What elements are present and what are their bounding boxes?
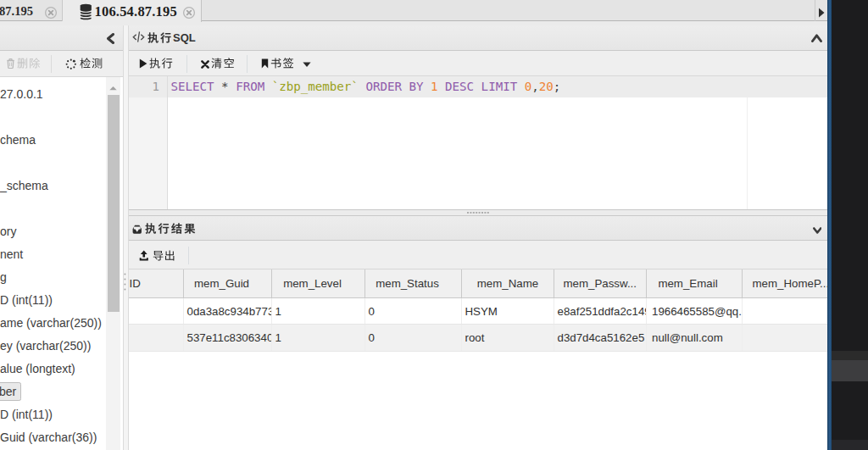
table-cell: 0da3a8c934b773 (184, 298, 272, 325)
column-header[interactable]: mem_Passw... (554, 269, 647, 297)
export-label-glyphs (153, 250, 175, 261)
toolbar-divider (188, 247, 189, 264)
spinner-circle-icon (65, 58, 77, 70)
tree-item[interactable]: alue (longtext) (0, 358, 123, 381)
table-cell (743, 298, 828, 325)
tree-item[interactable]: D (int(11)) (0, 403, 123, 426)
desktop-band (832, 440, 868, 450)
table-cell: e8af251ddfa2c149 (554, 298, 647, 325)
sql-token: `zbp_member` (272, 80, 366, 93)
column-header[interactable]: mem_Level (272, 269, 365, 297)
results-panel-header (129, 216, 828, 241)
sql-title-glyphs (147, 32, 171, 43)
clear-label-glyphs (211, 58, 235, 69)
column-header[interactable]: mem_HomeP... (743, 269, 828, 297)
desktop-band (832, 351, 868, 360)
tree-item[interactable]: nent (0, 243, 123, 266)
line-number: 1 (129, 76, 160, 97)
tree-item[interactable]: g (0, 266, 123, 289)
scrollbar-thumb[interactable] (108, 95, 120, 312)
tree-item[interactable]: ber (0, 381, 123, 403)
run-label-glyphs (149, 58, 173, 69)
table-cell: 0 (365, 298, 462, 325)
tab-connection-1[interactable]: 87.195 (0, 0, 63, 21)
column-header[interactable]: mem_Name (462, 269, 554, 297)
column-header[interactable]: mem_Guid (184, 269, 272, 297)
sidebar: 27.0.0.1chema_schemaorynentgD (int(11))a… (0, 25, 123, 450)
column-header[interactable]: mem_Email (647, 269, 743, 297)
tree-item[interactable]: ame (varchar(250)) (0, 312, 123, 335)
detect-label-glyphs (80, 58, 103, 69)
tree-item[interactable]: 27.0.0.1 (0, 83, 123, 106)
tree-item[interactable] (0, 197, 123, 220)
tab-connection-2-active[interactable]: 106.54.87.195 (63, 0, 202, 22)
play-icon (139, 58, 147, 69)
sql-token: ; (554, 80, 561, 93)
toolbar-divider (51, 55, 52, 73)
chevron-down-icon[interactable] (813, 227, 822, 234)
triangle-right-icon (818, 8, 825, 18)
table-cell (129, 325, 185, 351)
editor-gutter-border (167, 76, 168, 209)
table-cell: d3d7d4ca5162e5 (554, 325, 647, 351)
tree-item[interactable] (0, 106, 123, 129)
table-cell: 0 (365, 325, 462, 351)
table-cell: 537e11c8306340 (184, 325, 272, 351)
results-toolbar (129, 241, 828, 270)
tree-item[interactable]: ory (0, 220, 123, 243)
tree-item[interactable]: Guid (varchar(36)) (0, 426, 123, 449)
table-cell: HSYM (462, 298, 554, 325)
tree-item[interactable]: D (int(11)) (0, 289, 123, 312)
column-header[interactable]: ID (129, 269, 185, 297)
database-tree: 27.0.0.1chema_schemaorynentgD (int(11))a… (0, 83, 123, 450)
results-table: IDmem_Guidmem_Levelmem_Statusmem_Namemem… (129, 269, 828, 352)
splitter-grip-dots (124, 273, 126, 291)
main-panel: SQL (129, 25, 828, 450)
table-row[interactable]: 0da3a8c934b77310HSYMe8af251ddfa2c1491966… (129, 298, 828, 325)
code-icon (132, 31, 145, 42)
database-icon (80, 3, 92, 20)
sidebar-toolbar (0, 51, 123, 77)
chevron-up-icon[interactable] (811, 34, 822, 42)
table-cell: root (462, 325, 554, 351)
close-icon[interactable] (183, 7, 195, 19)
sql-token: FROM (236, 80, 272, 93)
sql-token: * (221, 80, 236, 93)
table-header-row: IDmem_Guidmem_Levelmem_Statusmem_Namemem… (129, 269, 828, 298)
sql-toolbar (129, 51, 828, 76)
toolbar-divider (186, 55, 187, 73)
sidebar-header (0, 25, 123, 51)
sql-token: , (531, 80, 539, 93)
tree-item[interactable]: chema (0, 129, 123, 152)
sql-panel-title-latin: SQL (173, 31, 196, 44)
table-cell: 1 (272, 325, 365, 351)
scroll-up-arrow[interactable] (109, 86, 117, 91)
tab-title: 106.54.87.195 (95, 3, 177, 20)
sql-token: SELECT (171, 80, 222, 93)
tab-scroll-right-button[interactable] (815, 0, 827, 21)
sql-token: 0 (525, 80, 532, 93)
sql-token: ORDER BY (365, 80, 431, 93)
bookmark-icon (261, 58, 269, 69)
table-row[interactable]: 537e11c830634010rootd3d7d4ca5162e5null@n… (129, 325, 828, 352)
table-cell: 1966465585@qq.com (647, 298, 743, 325)
sql-editor[interactable]: 1 SELECT * FROM `zbp_member` ORDER BY 1 … (129, 76, 828, 210)
column-header[interactable]: mem_Status (365, 269, 462, 297)
desktop-band (832, 360, 868, 381)
editor-ruler (747, 97, 748, 210)
table-cell (129, 298, 185, 325)
sql-token: DESC LIMIT (445, 80, 525, 93)
results-title-glyphs (145, 223, 196, 234)
desktop-background (832, 0, 868, 450)
table-cell: 1 (272, 298, 365, 325)
tree-item[interactable]: ey (varchar(250)) (0, 335, 123, 358)
screen: 87.195 106.54.87.195 (0, 0, 868, 450)
tree-scrollbar[interactable] (106, 77, 120, 450)
tab-bar: 87.195 106.54.87.195 (0, 0, 827, 21)
tree-item[interactable]: _schema (0, 175, 123, 197)
close-icon[interactable] (45, 7, 57, 19)
sql-panel-header: SQL (129, 25, 828, 51)
tree-item[interactable] (0, 152, 123, 175)
collapse-sidebar-button[interactable] (105, 33, 116, 44)
toolbar-divider (247, 55, 248, 73)
